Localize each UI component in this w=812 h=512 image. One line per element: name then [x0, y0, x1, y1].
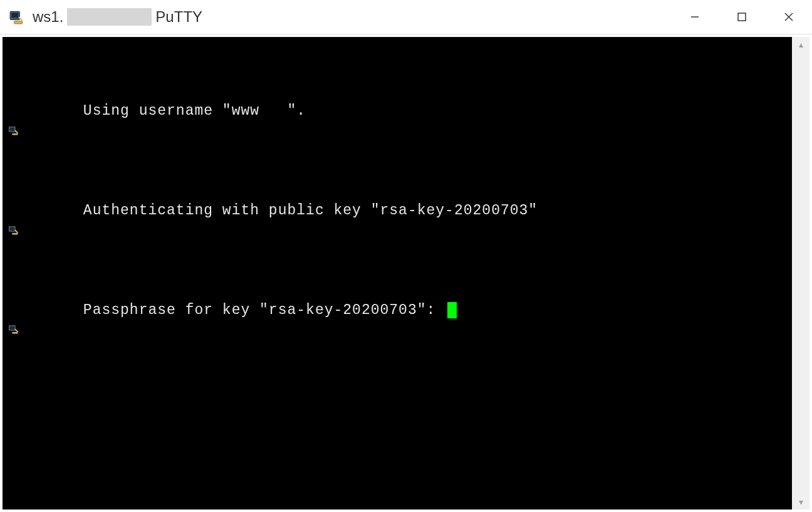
- window-titlebar: ws1. PuTTY: [0, 0, 812, 34]
- terminal-cursor: [447, 302, 457, 318]
- putty-app-icon: [8, 8, 26, 26]
- minimize-button[interactable]: [671, 0, 718, 34]
- terminal-prompt-text: Passphrase for key "rsa-key-20200703":: [83, 302, 445, 318]
- putty-event-icon: [8, 184, 21, 197]
- terminal-line-text: Using username "www ".: [83, 103, 306, 119]
- maximize-button[interactable]: [718, 0, 765, 34]
- vertical-scrollbar[interactable]: ▴ ▾: [792, 37, 809, 509]
- svg-rect-13: [10, 227, 14, 231]
- window-title: ws1. PuTTY: [33, 8, 202, 26]
- svg-rect-9: [10, 127, 14, 131]
- terminal-line: Passphrase for key "rsa-key-20200703":: [6, 281, 788, 340]
- svg-rect-5: [738, 13, 746, 21]
- terminal-line: Authenticating with public key "rsa-key-…: [6, 181, 788, 241]
- scroll-down-arrow-icon[interactable]: ▾: [799, 497, 803, 507]
- svg-rect-17: [10, 327, 14, 330]
- svg-rect-10: [12, 133, 18, 135]
- terminal-output[interactable]: Using username "www ". Authenticating wi…: [3, 37, 792, 509]
- window-title-redacted: [67, 8, 152, 26]
- terminal-line: Using username "www ".: [6, 81, 788, 141]
- window-controls: [671, 0, 812, 34]
- svg-rect-1: [11, 13, 18, 18]
- terminal-line-text: Authenticating with public key "rsa-key-…: [83, 202, 538, 219]
- terminal-container: Using username "www ". Authenticating wi…: [0, 34, 812, 512]
- window-title-prefix: ws1.: [33, 8, 63, 26]
- close-button[interactable]: [765, 0, 812, 34]
- svg-rect-2: [14, 21, 23, 24]
- svg-rect-14: [12, 232, 18, 234]
- window-title-app: PuTTY: [155, 8, 202, 26]
- putty-event-icon: [8, 283, 21, 297]
- putty-event-icon: [8, 84, 21, 98]
- svg-rect-18: [12, 332, 18, 334]
- scroll-up-arrow-icon[interactable]: ▴: [799, 39, 803, 50]
